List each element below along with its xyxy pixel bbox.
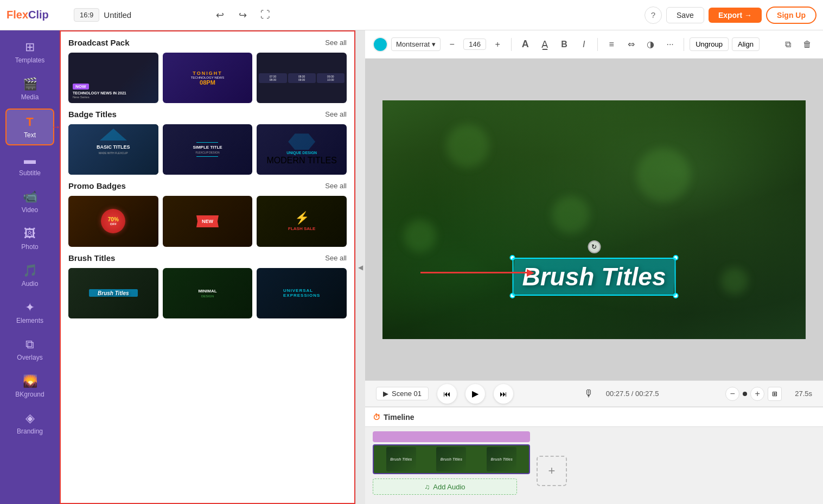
brush-thumb-2[interactable]: MINIMAL DESIGN [163, 268, 253, 318]
track-video[interactable]: 01 Brush Titles Brush Titles Brush Title… [373, 444, 530, 474]
time-separator: / [631, 390, 635, 398]
play-pause-button[interactable]: ▶ [465, 384, 485, 404]
sidebar-item-overlays[interactable]: ⧉ Overlays [5, 332, 54, 367]
skip-end-button[interactable]: ⏭ [494, 384, 513, 404]
badge-see-all[interactable]: See all [325, 110, 347, 118]
broadcast-thumb-3[interactable]: 07:3008:30 08:3009:30 09:3010:30 [257, 53, 347, 103]
sidebar-item-subtitle[interactable]: ▬ Subtitle [5, 148, 54, 182]
sidebar-item-templates[interactable]: ⊞ Templates [5, 35, 54, 69]
time-label: 08PM [200, 79, 215, 86]
timeline-area: ⏱ Timeline 01 Brush Titles [365, 406, 823, 504]
off-label: OFF [110, 222, 117, 226]
sidebar-item-media[interactable]: 🎬 Media [5, 72, 54, 106]
timeline-text: Timeline [384, 413, 414, 422]
broadcast-grid: NOW TECHNOLOGY NEWS IN 2021 New Series T… [68, 53, 347, 103]
help-button[interactable]: ? [645, 7, 662, 24]
sidebar-item-label-elements: Elements [16, 317, 43, 324]
track-thumbnail-3: Brush Titles [487, 447, 516, 471]
music-icon: ♫ [424, 483, 430, 491]
promo-thumb-3[interactable]: ⚡ FLASH SALE [257, 196, 347, 246]
badge-thumb-3[interactable]: UNIQUE DESIGN MODERN TITLES [257, 124, 347, 175]
scene-label: ▶ Scene 01 [376, 387, 429, 400]
delete-button[interactable]: 🗑 [799, 36, 815, 53]
thumb-text-2: Brush Titles [441, 457, 462, 461]
zoom-in-button[interactable]: + [750, 387, 764, 401]
color-picker[interactable] [373, 37, 388, 52]
bolt-icon: ⚡ [295, 211, 309, 225]
badge-thumb-1[interactable]: BASIC TITLES MADE WITH FLEXCLIP [68, 124, 158, 175]
broadcast-thumb-2[interactable]: TONIGHT TECHNOLOGY NEWS 08PM [163, 53, 253, 103]
align-button[interactable]: Align [732, 37, 760, 51]
ungroup-button[interactable]: Ungroup [690, 37, 729, 51]
arrow-line [420, 272, 527, 273]
sidebar-item-bkground[interactable]: 🌄 BKground [5, 369, 54, 404]
sidebar-item-text[interactable]: → T Text [5, 109, 54, 145]
italic-button[interactable]: I [576, 36, 592, 53]
font-name: Montserrat [396, 40, 430, 48]
track-wrapper: 01 Brush Titles Brush Titles Brush Title… [373, 431, 530, 495]
brush-see-all[interactable]: See all [325, 254, 347, 262]
bold-button[interactable]: B [556, 36, 572, 53]
save-button[interactable]: Save [666, 7, 704, 23]
time-current: 00:27.5 [606, 390, 629, 398]
redo-button[interactable]: ↪ [234, 7, 251, 24]
aspect-ratio-button[interactable]: 16:9 [74, 8, 99, 22]
sidebar-item-photo[interactable]: 🖼 Photo [5, 221, 54, 256]
arrow-indicator [420, 269, 534, 277]
highlight-button[interactable]: A̲ [537, 36, 553, 53]
broadcast-title: Broadcast Pack [68, 38, 130, 47]
divider-3 [684, 38, 684, 51]
export-button[interactable]: Export → [709, 8, 762, 23]
title-overlay[interactable]: ↻ Brush Titles [513, 258, 676, 296]
canvas-brush-titles-text: Brush Titles [522, 263, 666, 291]
elements-icon: ✦ [25, 301, 35, 315]
promo-see-all[interactable]: See all [325, 182, 347, 190]
undo-button[interactable]: ↩ [211, 7, 228, 24]
panel-collapse-handle[interactable]: ◀ [355, 30, 365, 504]
rotate-handle[interactable]: ↻ [588, 240, 601, 253]
stretch-button[interactable]: ⇔ [623, 36, 639, 53]
slot-3: 09:3010:30 [317, 73, 344, 83]
decrease-font-button[interactable]: − [444, 36, 460, 53]
font-selector[interactable]: Montserrat ▾ [391, 37, 441, 51]
timeline-label: ⏱ Timeline [373, 413, 414, 422]
video-canvas[interactable]: ↻ Brush Titles [382, 100, 806, 339]
more-button[interactable]: ··· [662, 36, 678, 53]
zoom-out-button[interactable]: − [725, 387, 739, 401]
badge-thumb-2[interactable]: SIMPLE TITLE FLEXCLIP DESIGN [163, 124, 253, 175]
logo: FlexClip [7, 4, 61, 26]
microphone-button[interactable]: 🎙 [580, 385, 597, 403]
broadcast-section-header: Broadcast Pack See all [68, 38, 347, 47]
main-layout: ⊞ Templates 🎬 Media → T Text ▬ Subtitle … [0, 30, 823, 504]
add-scene-button[interactable]: + [537, 456, 567, 486]
brush-thumb-3[interactable]: UNIVERSALEXPRESSIONS [257, 268, 347, 318]
sidebar-item-elements[interactable]: ✦ Elements [5, 295, 54, 330]
brush-thumb-1[interactable]: Brush Titles [68, 268, 158, 318]
project-title-input[interactable] [104, 10, 207, 20]
opacity-button[interactable]: ◑ [642, 36, 659, 53]
timeline-header: ⏱ Timeline [365, 407, 823, 427]
add-audio-button[interactable]: ♫ Add Audio [373, 479, 517, 495]
add-audio-label: Add Audio [433, 483, 465, 491]
broadcast-thumb-1[interactable]: NOW TECHNOLOGY NEWS IN 2021 New Series [68, 53, 158, 103]
fullscreen-button[interactable]: ⛶ [257, 7, 274, 24]
layers-button[interactable]: ⧉ [780, 36, 796, 53]
promo-thumb-2[interactable]: NEW [163, 196, 253, 246]
promo-thumb-1[interactable]: 70% OFF [68, 196, 158, 246]
play-triangle: ▶ [383, 390, 388, 398]
ribbon-badge: NEW [196, 215, 219, 227]
zoom-controls: − + ⊞ [725, 387, 782, 401]
fit-button[interactable]: ⊞ [768, 387, 782, 401]
slot-1: 07:3008:30 [259, 73, 286, 83]
align-text-button[interactable]: ≡ [603, 36, 620, 53]
text-color-button[interactable]: A [517, 36, 533, 53]
increase-font-button[interactable]: + [489, 36, 506, 53]
decor-line [196, 142, 218, 143]
sidebar-item-branding[interactable]: ◈ Branding [5, 406, 54, 441]
sidebar-item-audio[interactable]: 🎵 Audio [5, 258, 54, 293]
broadcast-see-all[interactable]: See all [325, 39, 347, 47]
skip-start-button[interactable]: ⏮ [437, 384, 457, 404]
signup-button[interactable]: Sign Up [766, 7, 816, 24]
sidebar-item-video[interactable]: 📹 Video [5, 184, 54, 219]
track-purple [373, 431, 530, 442]
